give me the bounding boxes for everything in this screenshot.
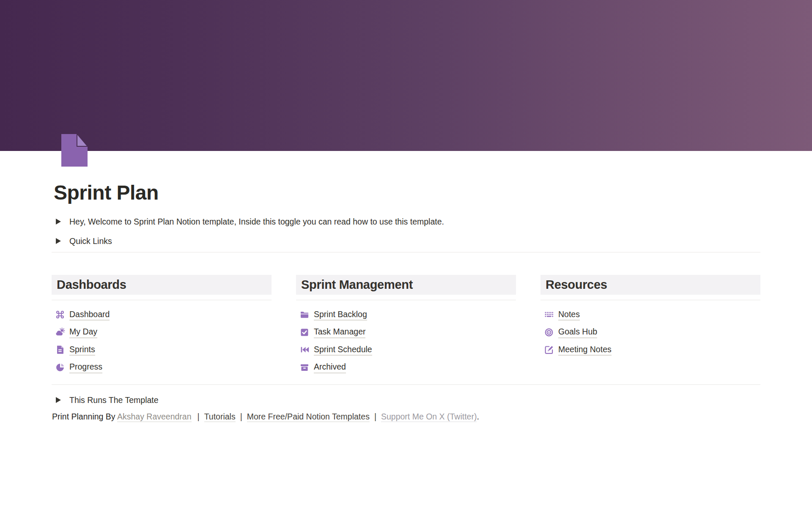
toggle-arrow-icon[interactable] (56, 397, 61, 403)
archive-box-icon (299, 362, 310, 373)
page-link-label: Meeting Notes (558, 344, 612, 356)
page-icon[interactable] (61, 134, 88, 167)
section-title: Resources (546, 278, 607, 292)
toggle-welcome-label: Hey, Welcome to Sprint Plan Notion templ… (69, 215, 444, 228)
page-link-sprints[interactable]: Sprints (52, 341, 272, 359)
pie-chart-icon (55, 362, 65, 373)
toggle-runs-template[interactable]: This Runs The Template (52, 394, 760, 406)
page-link-progress[interactable]: Progress (52, 359, 272, 376)
page-link-archived[interactable]: Archived (296, 359, 516, 376)
folder-icon (299, 310, 310, 320)
page-link-my-day[interactable]: My Day (52, 323, 272, 341)
page-link-label: Notes (558, 309, 580, 321)
toggle-runs-template-label: This Runs The Template (69, 394, 159, 406)
page-cover-image (0, 0, 812, 151)
page-link-label: Archived (314, 362, 346, 373)
divider (540, 300, 760, 300)
section-header-sprint-management: Sprint Management (296, 275, 516, 295)
page-link-label: Dashboard (69, 309, 110, 321)
page-link-label: Task Manager (314, 326, 365, 338)
page-link-dashboard[interactable]: Dashboard (52, 306, 272, 324)
separator: | (374, 412, 376, 421)
page-link-label: Goals Hub (558, 326, 597, 338)
link-list-resources: Notes Goals Hub (540, 306, 760, 359)
keyboard-icon (544, 310, 554, 320)
toggle-quick-links[interactable]: Quick Links (52, 235, 760, 247)
page-link-label: My Day (69, 326, 97, 338)
edit-square-icon (544, 345, 554, 355)
target-icon (544, 327, 554, 337)
column-sprint-management: Sprint Management Sprint Backlog (296, 275, 516, 376)
command-icon (55, 310, 65, 320)
divider (52, 252, 760, 252)
attribution-line: Print Planning By Akshay Raveendran|Tuto… (52, 411, 760, 422)
columns-section: Dashboards Dashboard (52, 275, 760, 376)
page-content: Sprint Plan Hey, Welcome to Sprint Plan … (52, 181, 760, 422)
page-link-task-manager[interactable]: Task Manager (296, 323, 516, 341)
partly-sunny-icon (55, 327, 65, 337)
page-link-notes[interactable]: Notes (540, 306, 760, 324)
link-list-dashboards: Dashboard (52, 306, 272, 376)
more-templates-link[interactable]: More Free/Paid Notion Templates (247, 412, 370, 422)
notion-page: Sprint Plan Hey, Welcome to Sprint Plan … (0, 0, 812, 507)
section-title: Sprint Management (301, 278, 413, 292)
page-link-label: Sprint Schedule (314, 344, 372, 356)
page-link-meeting-notes[interactable]: Meeting Notes (540, 341, 760, 359)
page-link-goals-hub[interactable]: Goals Hub (540, 323, 760, 341)
section-header-resources: Resources (540, 275, 760, 295)
attribution-prefix: Print Planning By (52, 412, 117, 421)
column-resources: Resources Notes (540, 275, 760, 376)
page-link-sprint-backlog[interactable]: Sprint Backlog (296, 306, 516, 324)
author-link[interactable]: Akshay Raveendran (117, 412, 192, 422)
column-dashboards: Dashboards Dashboard (52, 275, 272, 376)
section-header-dashboards: Dashboards (52, 275, 272, 295)
page-link-sprint-schedule[interactable]: Sprint Schedule (296, 341, 516, 359)
tutorials-link[interactable]: Tutorials (204, 412, 236, 422)
page-title: Sprint Plan (54, 181, 760, 205)
divider (296, 300, 516, 300)
page-link-label: Sprints (69, 344, 95, 356)
divider (52, 384, 760, 385)
checkbox-checked-icon (299, 327, 310, 337)
section-title: Dashboards (57, 278, 126, 292)
twitter-support-link[interactable]: Support Me On X (Twitter) (381, 412, 477, 422)
page-link-label: Progress (69, 362, 102, 373)
link-list-sprint-management: Sprint Backlog Task Manager (296, 306, 516, 376)
separator: | (240, 412, 242, 421)
toggle-quick-links-label: Quick Links (69, 235, 112, 247)
attribution-suffix: . (477, 412, 479, 421)
toggle-arrow-icon[interactable] (56, 219, 61, 225)
divider (52, 300, 272, 300)
document-text-icon (55, 345, 65, 355)
toggle-arrow-icon[interactable] (56, 238, 61, 244)
rewind-icon (299, 345, 310, 355)
separator: | (198, 412, 200, 421)
page-link-label: Sprint Backlog (314, 309, 367, 321)
purple-document-page-icon (61, 134, 88, 167)
toggle-welcome[interactable]: Hey, Welcome to Sprint Plan Notion templ… (52, 215, 760, 228)
